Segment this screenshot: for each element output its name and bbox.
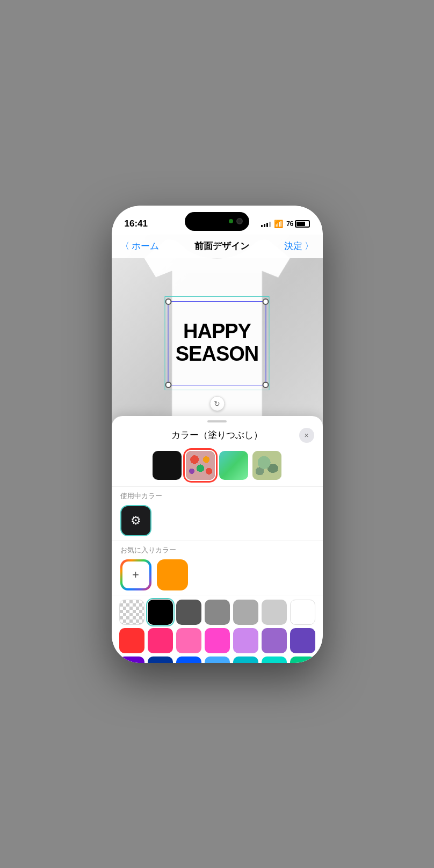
handle-bottom-right[interactable] (263, 382, 269, 388)
status-time: 16:41 (125, 218, 148, 229)
color-cell-green[interactable] (290, 657, 315, 663)
bottom-sheet: カラー（塗りつぶし） × 使用中カラー ⚙ お気に入りカラー (112, 416, 323, 663)
color-cell-blue[interactable] (176, 657, 201, 663)
inuse-section-label: 使用中カラー (112, 487, 323, 503)
design-text: HAPPYSEASON (176, 320, 258, 366)
color-cell-teal[interactable] (233, 657, 258, 663)
phone-screen: 16:41 📶 76 〈 ホーム 前面デザイン (112, 206, 323, 663)
color-cell-black[interactable] (148, 600, 173, 625)
sheet-header: カラー（塗りつぶし） × (112, 422, 323, 447)
battery-fill (296, 222, 306, 226)
color-cell-magenta[interactable] (205, 628, 230, 653)
wifi-icon: 📶 (274, 220, 283, 228)
color-grid (112, 595, 323, 663)
inuse-swatch[interactable]: ⚙ (120, 505, 151, 536)
color-cell-pink[interactable] (176, 628, 201, 653)
color-cell-indigo[interactable] (290, 628, 315, 653)
color-cell-gray4[interactable] (262, 600, 287, 625)
phone-frame: 16:41 📶 76 〈 ホーム 前面デザイン (112, 206, 323, 663)
text-element: HAPPYSEASON (168, 301, 266, 385)
handle-bottom-left[interactable] (165, 382, 172, 388)
dynamic-island (185, 212, 249, 231)
confirm-button[interactable]: 決定 〉 (284, 240, 314, 252)
signal-icon (261, 221, 271, 227)
chevron-down-icon[interactable]: ∨ (209, 239, 225, 250)
color-cell-gray3[interactable] (233, 600, 258, 625)
color-cell-transparent[interactable] (119, 600, 144, 625)
add-favorite-button[interactable]: + (120, 559, 151, 590)
fav-orange-swatch[interactable] (157, 559, 188, 590)
color-cell-gray1[interactable] (176, 600, 201, 625)
handle-top-right[interactable] (263, 298, 269, 305)
in-use-row: ⚙ (112, 503, 323, 541)
status-icons: 📶 76 (261, 220, 309, 228)
color-cell-purple[interactable] (262, 628, 287, 653)
color-cell-lavender[interactable] (233, 628, 258, 653)
battery-body (295, 220, 310, 228)
preset-leaf[interactable] (252, 451, 281, 480)
sheet-title: カラー（塗りつぶし） (171, 429, 263, 441)
preset-gradient[interactable] (219, 451, 248, 480)
battery-icon: 76 (286, 220, 309, 228)
back-button[interactable]: 〈 ホーム (120, 240, 160, 252)
di-camera (236, 218, 243, 224)
add-favorite-icon: + (122, 561, 149, 588)
color-cell-darkpurple[interactable] (119, 657, 144, 663)
handle-top-left[interactable] (165, 298, 172, 305)
favorites-row: + (112, 557, 323, 595)
preset-floral[interactable] (186, 451, 215, 480)
color-cell-white[interactable] (290, 600, 315, 625)
close-button[interactable]: × (299, 428, 314, 443)
color-cell-darkblue[interactable] (148, 657, 173, 663)
favorites-section-label: お気に入りカラー (112, 541, 323, 557)
inuse-icon: ⚙ (131, 514, 141, 528)
color-cell-lightblue[interactable] (205, 657, 230, 663)
di-indicator (229, 219, 233, 223)
design-canvas[interactable]: HAPPYSEASON ↻ (165, 296, 270, 390)
color-presets-row (112, 447, 323, 487)
color-cell-gray2[interactable] (205, 600, 230, 625)
rotate-handle[interactable]: ↻ (209, 396, 225, 411)
color-cell-hotpink[interactable] (148, 628, 173, 653)
color-cell-cyan[interactable] (262, 657, 287, 663)
battery-percent: 76 (286, 220, 293, 228)
preset-black[interactable] (153, 451, 182, 480)
color-cell-red[interactable] (119, 628, 144, 653)
